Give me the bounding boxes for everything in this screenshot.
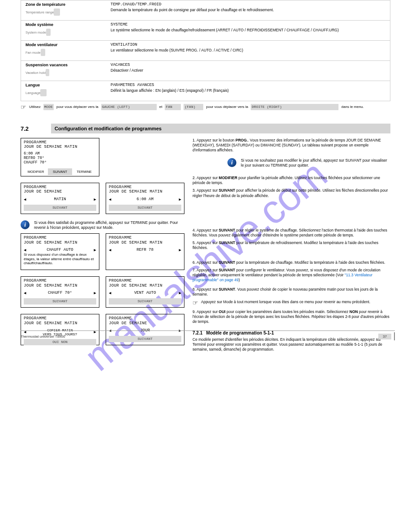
step-text: 6. Appuyez sur SUIVANT pour la températu… [193, 260, 390, 265]
page-number: 37 [378, 334, 391, 339]
chip-right: DROITE (RIGHT) [251, 104, 338, 110]
info-text: Si vous ne souhaitez pas modifier le jou… [241, 158, 390, 167]
info-icon: i [21, 220, 30, 229]
row-code: TEMP.CHAUD/TEMP.FROID [111, 2, 385, 8]
section-heading: 7.2 Configuration et modification de pro… [21, 124, 390, 133]
chip-fan: FAN [165, 104, 181, 110]
lcd-card: PROGRAMME JOUR DE SEMAINE MATIN ◀REFR 78… [106, 233, 184, 270]
footer-left: Thermostat universel T8900 [21, 335, 65, 339]
step-text: 2. Appuyez sur MODIFIER pour planifier l… [193, 176, 390, 185]
lcd-card: PROGRAMME JOUR DE SEMAINE ◀JOUR▶ SUIVANT [106, 314, 184, 345]
step-text: 1. Appuyez sur le bouton PROG.. Vous tro… [193, 138, 390, 153]
section-number: 7.2 [21, 124, 51, 133]
hint-line: ☞ Utilisez MODE pour vous déplacer vers … [21, 104, 390, 110]
lcd-card: PROGRAMME JOUR DE SEMAINE MATIN ◀CHAUFF … [21, 276, 99, 308]
table-row: Suspension vacances Vacation holdx VACAN… [21, 60, 390, 81]
lcd-card: PROGRAMME JOUR DE SEMAINE MATIN ◀COPIER … [21, 314, 99, 345]
lcd-card: PROGRAMME JOUR DE SEMAINE MATIN ◀CHAUFF … [21, 233, 99, 270]
info-icon: i [227, 158, 236, 167]
info-text: Si vous êtes satisfait du programme affi… [34, 220, 187, 230]
step-text: 5. Appuyez sur SUIVANT pour la températu… [193, 240, 390, 250]
right-arrow-icon: ▶ [179, 197, 181, 202]
row-title: Zone de température [26, 2, 103, 7]
hand-icon: ☞ [193, 300, 198, 306]
page-footer: Thermostat universel T8900 37 [21, 330, 395, 340]
right-arrow-icon: ▶ [94, 197, 96, 202]
table-row: Mode système System modex SYSTEME Le sys… [21, 20, 390, 40]
feature-table: Zone de température Temperature rangex T… [21, 0, 390, 101]
lcd-card: PROGRAMME JOUR DE SEMAINE MATIN 6:00 AM … [21, 138, 99, 176]
table-row: Langue Languagex PARAMETRES AVANCES Défi… [21, 81, 390, 101]
chip-fan2: (FAN) [184, 104, 203, 110]
section-title: Configuration et modification de program… [51, 124, 390, 133]
table-row: Mode ventilateur Fan modex VENTILATION L… [21, 40, 390, 60]
hand-note: Appuyez sur Mode à tout moment lorsque v… [201, 300, 370, 305]
row-desc: Demande la température du point de consi… [111, 8, 385, 13]
step-text: 8. Appuyez sur SUIVANT. Vous pouvez choi… [193, 287, 390, 297]
lcd-card: PROGRAMME JOUR DE SEMAINE MATIN ◀VENT AU… [106, 276, 184, 308]
step-text: 9. Appuyez sur OUI pour copier les param… [193, 309, 390, 324]
table-row: Zone de température Temperature rangex T… [21, 0, 390, 20]
lcd-card: PROGRAMME JOUR DE SEMAINE ◀MATIN▶ SUIVAN… [21, 183, 99, 214]
chip-mode: MODE [43, 104, 54, 110]
lcd-card: PROGRAMME JOUR DE SEMAINE MATIN ◀6:00 AM… [106, 183, 184, 214]
step-text: 4. Appuyez sur SUIVANT pour régler le sy… [193, 228, 390, 238]
chip-left: GAUCHE (LEFT) [101, 104, 157, 110]
hand-icon: ☞ [21, 104, 26, 110]
step-text: 7. Appuyez sur SUIVANT pour configurer l… [193, 268, 390, 283]
step-text: 3. Appuyez sur SUIVANT pour afficher la … [193, 188, 390, 198]
